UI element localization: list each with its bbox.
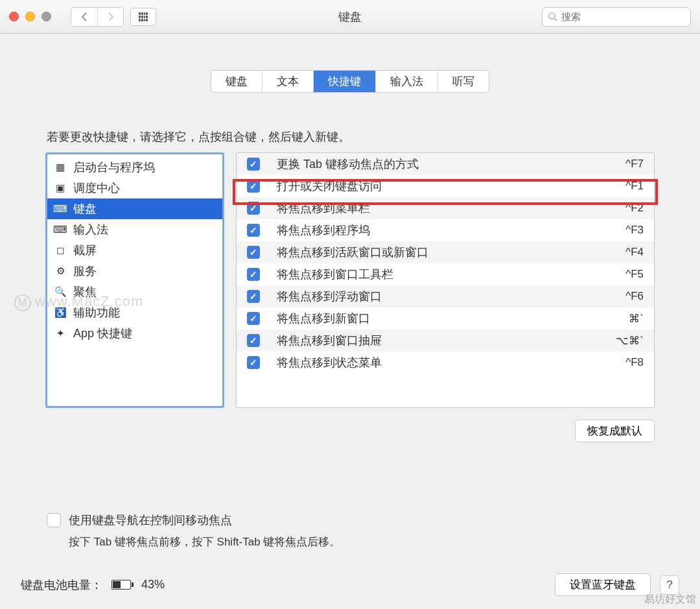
sidebar-item-8[interactable]: ✦App 快捷键	[47, 323, 222, 344]
shortcut-checkbox[interactable]	[247, 356, 260, 369]
shortcut-row[interactable]: 将焦点移到程序坞^F3	[237, 219, 654, 241]
sidebar-item-0[interactable]: ▦启动台与程序坞	[47, 157, 222, 178]
restore-defaults-button[interactable]: 恢复成默认	[575, 420, 655, 442]
shortcut-checkbox[interactable]	[247, 334, 260, 347]
shortcut-row[interactable]: 将焦点移到菜单栏^F2	[237, 197, 654, 219]
sidebar-item-label: 截屏	[73, 243, 97, 258]
input-source-icon: ⌨	[54, 223, 67, 236]
sidebar-item-2[interactable]: ⌨键盘	[47, 198, 222, 219]
shortcut-key[interactable]: ⌥⌘`	[616, 334, 644, 348]
shortcut-checkbox[interactable]	[247, 224, 260, 237]
close-window-button[interactable]	[9, 12, 19, 21]
search-icon	[548, 12, 557, 21]
shortcuts-list: 更换 Tab 键移动焦点的方式^F7打开或关闭键盘访问^F1将焦点移到菜单栏^F…	[236, 152, 655, 408]
app-shortcuts-icon: ✦	[54, 327, 67, 340]
shortcut-key[interactable]: ^F4	[625, 246, 644, 259]
shortcut-row[interactable]: 将焦点移到新窗口⌘`	[237, 307, 654, 329]
keyboard-nav-hint: 按下 Tab 键将焦点前移，按下 Shift-Tab 键将焦点后移。	[69, 534, 687, 549]
shortcut-row[interactable]: 更换 Tab 键移动焦点的方式^F7	[237, 153, 654, 175]
window-title: 键盘	[338, 9, 362, 25]
shortcut-key[interactable]: ^F2	[625, 202, 644, 215]
shortcut-row[interactable]: 打开或关闭键盘访问^F1	[237, 175, 654, 197]
shortcut-label: 将焦点移到状态菜单	[277, 355, 625, 370]
help-button[interactable]: ?	[660, 575, 679, 595]
shortcut-key[interactable]: ^F3	[625, 224, 644, 237]
tab-听写[interactable]: 听写	[438, 71, 489, 92]
shortcut-label: 将焦点移到新窗口	[277, 311, 629, 326]
battery-label: 键盘电池电量：	[21, 577, 102, 593]
shortcut-label: 将焦点移到程序坞	[277, 222, 625, 238]
shortcut-label: 将焦点移到菜单栏	[277, 200, 625, 216]
svg-point-0	[549, 13, 555, 19]
battery-percent: 43%	[141, 578, 165, 591]
shortcut-row[interactable]: 将焦点移到窗口抽屉⌥⌘`	[237, 329, 654, 352]
footer: 键盘电池电量： 43% 设置蓝牙键盘 ?	[0, 573, 700, 596]
sidebar-item-1[interactable]: ▣调度中心	[47, 178, 222, 198]
shortcut-label: 将焦点移到窗口工具栏	[277, 267, 625, 282]
shortcut-checkbox[interactable]	[247, 290, 260, 303]
search-input[interactable]	[561, 11, 685, 22]
category-sidebar: ▦启动台与程序坞▣调度中心⌨键盘⌨输入法◻截屏⚙服务🔍聚焦♿辅助功能✦App 快…	[45, 152, 224, 408]
sidebar-item-label: 输入法	[73, 222, 108, 237]
keyboard-nav-label: 使用键盘导航在控制间移动焦点	[69, 512, 232, 528]
sidebar-item-label: 启动台与程序坞	[73, 160, 155, 175]
keyboard-icon: ⌨	[54, 202, 67, 215]
shortcut-key[interactable]: ^F5	[625, 268, 644, 281]
tab-文本[interactable]: 文本	[262, 71, 314, 92]
shortcut-label: 将焦点移到浮动窗口	[277, 289, 625, 304]
shortcut-key[interactable]: ^F6	[625, 290, 644, 303]
sidebar-item-5[interactable]: ⚙服务	[47, 261, 222, 281]
mission-control-icon: ▣	[54, 182, 67, 195]
sidebar-item-label: App 快捷键	[73, 326, 132, 341]
tab-快捷键[interactable]: 快捷键	[314, 71, 376, 92]
nav-buttons	[71, 7, 124, 27]
svg-line-1	[554, 18, 557, 21]
services-icon: ⚙	[54, 265, 67, 278]
titlebar: 键盘	[0, 0, 700, 34]
shortcut-label: 将焦点移到窗口抽屉	[277, 333, 616, 348]
shortcut-row[interactable]: 将焦点移到状态菜单^F8	[237, 352, 654, 374]
sidebar-item-3[interactable]: ⌨输入法	[47, 219, 222, 240]
tabs: 键盘文本快捷键输入法听写	[13, 70, 687, 93]
grid-icon	[139, 12, 148, 21]
shortcut-checkbox[interactable]	[247, 312, 260, 325]
shortcut-key[interactable]: ⌘`	[629, 312, 644, 326]
shortcut-row[interactable]: 将焦点移到活跃窗口或新窗口^F4	[237, 241, 654, 263]
dashboard-icon: ▦	[54, 161, 67, 174]
shortcut-checkbox[interactable]	[247, 202, 260, 215]
tab-输入法[interactable]: 输入法	[376, 71, 438, 92]
back-button[interactable]	[71, 8, 97, 26]
fullscreen-window-button[interactable]	[41, 12, 51, 21]
keyboard-nav-checkbox[interactable]	[47, 513, 61, 527]
battery-icon	[111, 580, 134, 590]
tab-键盘[interactable]: 键盘	[211, 71, 262, 92]
window-controls	[9, 12, 51, 21]
watermark: Mwww.MacZ.com	[14, 293, 143, 311]
sidebar-item-label: 调度中心	[73, 180, 120, 196]
screenshot-icon: ◻	[54, 244, 67, 257]
sidebar-item-4[interactable]: ◻截屏	[47, 240, 222, 261]
shortcut-row[interactable]: 将焦点移到窗口工具栏^F5	[237, 263, 654, 285]
instruction-text: 若要更改快捷键，请选择它，点按组合键，然后键入新键。	[47, 129, 687, 145]
minimize-window-button[interactable]	[25, 12, 35, 21]
shortcut-checkbox[interactable]	[247, 268, 260, 281]
shortcut-checkbox[interactable]	[247, 246, 260, 259]
shortcut-key[interactable]: ^F8	[625, 356, 644, 369]
shortcut-label: 更换 Tab 键移动焦点的方式	[277, 156, 625, 172]
shortcut-checkbox[interactable]	[247, 180, 260, 193]
sidebar-item-label: 服务	[73, 263, 97, 279]
watermark-corner: 易坊好文馆	[644, 593, 696, 606]
shortcut-checkbox[interactable]	[247, 158, 260, 171]
shortcut-key[interactable]: ^F1	[625, 180, 644, 193]
search-field[interactable]	[542, 7, 691, 27]
shortcut-label: 打开或关闭键盘访问	[277, 178, 625, 194]
shortcut-key[interactable]: ^F7	[625, 158, 644, 171]
shortcut-row[interactable]: 将焦点移到浮动窗口^F6	[237, 285, 654, 307]
bluetooth-keyboard-button[interactable]: 设置蓝牙键盘	[555, 573, 651, 596]
shortcut-label: 将焦点移到活跃窗口或新窗口	[277, 245, 625, 260]
show-all-button[interactable]	[130, 8, 156, 26]
forward-button[interactable]	[97, 8, 123, 26]
sidebar-item-label: 键盘	[73, 201, 97, 217]
